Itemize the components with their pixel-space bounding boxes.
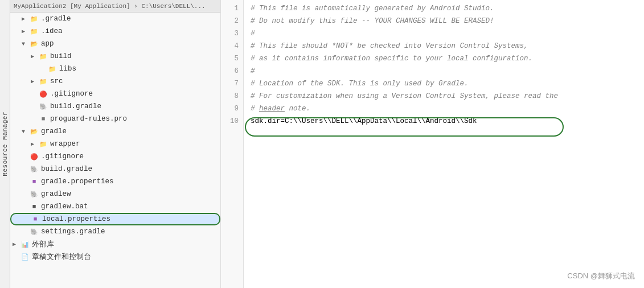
line-num-6: 6 [221,65,243,77]
tree-item-libs[interactable]: 📁 libs [10,63,220,75]
item-label: .idea [41,27,63,35]
item-label: libs [59,65,76,73]
gradle-icon: 🐘 [30,190,39,199]
item-label: gradle [41,127,67,135]
folder-icon: 📁 [39,52,48,61]
folder-icon: 📁 [39,139,48,149]
code-line-6: # [251,65,637,77]
tree-item-gradle[interactable]: 📂 gradle [10,125,220,138]
props-icon: ■ [30,177,39,186]
gradle-icon: 🐘 [30,164,39,174]
code-area: 1 2 3 4 5 6 7 8 9 10 # This file is auto… [221,0,644,288]
arrow-external [13,241,20,248]
item-label: build [50,52,72,60]
code-text: # as it contains information specific to… [251,52,532,65]
item-label: gradlew [41,190,71,198]
code-panel: 1 2 3 4 5 6 7 8 9 10 # This file is auto… [221,0,644,288]
arrow-src [31,78,39,85]
item-label: gradlew.bat [41,203,88,211]
line-num-10: 10 [221,115,243,127]
tree-item-app[interactable]: 📂 app [10,38,220,50]
watermark-text: CSDN @舞狮式电流 [567,271,635,280]
line-num-2: 2 [221,15,243,27]
item-label: 外部库 [32,240,54,249]
code-text: # This file should *NOT* be checked into… [251,40,528,52]
item-label: .gradle [41,15,71,23]
code-text: # Do not modify this file -- YOUR CHANGE… [251,15,494,27]
tree-item-gradlew[interactable]: 🐘 gradlew [10,188,220,200]
code-text: # Location of the SDK. This is only used… [251,77,469,90]
tree-item-external[interactable]: 📊 外部库 [10,238,220,250]
tree-item-gradlew-bat[interactable]: ■ gradlew.bat [10,200,220,213]
folder-icon: 📁 [30,27,39,36]
tree-item-src[interactable]: 📁 src [10,75,220,88]
tree-item-gitignore-root[interactable]: 🔴 .gitignore [10,150,220,163]
resource-manager-tab[interactable]: Resource Manager [0,0,10,288]
git-icon: 🔴 [30,152,39,161]
line-num-3: 3 [221,27,243,40]
line-num-5: 5 [221,52,243,65]
tree-item-local-props[interactable]: ■ local.properties [10,213,220,225]
folder-icon: 📂 [30,39,39,48]
line-numbers: 1 2 3 4 5 6 7 8 9 10 [221,0,244,288]
arrow-gradle-root [22,15,30,22]
code-line-7: # Location of the SDK. This is only used… [251,77,637,90]
resource-manager-label: Resource Manager [2,112,9,176]
tree-item-scratches[interactable]: 📄 章稿文件和控制台 [10,250,220,263]
tree-item-proguard[interactable]: ■ proguard-rules.pro [10,113,220,125]
tree-item-build[interactable]: 📁 build [10,50,220,63]
tree-item-gradle-root[interactable]: 📁 .gradle [10,13,220,25]
code-lines-area: # This file is automatically generated b… [244,0,644,288]
file-tree-panel: MyApplication2 [My Application] › C:\Use… [10,0,221,288]
code-line-4: # This file should *NOT* be checked into… [251,40,637,52]
code-text: # This file is automatically generated b… [251,2,494,15]
item-label: src [50,77,63,85]
tree-item-settings-gradle[interactable]: 🐘 settings.gradle [10,225,220,238]
folder-icon: 📁 [48,64,57,73]
sdk-dir-text: sdk.dir=C:\\Users\\DELL\\AppData\\Local\… [251,115,477,127]
arrow-idea [22,28,30,35]
item-label: build.gradle [50,102,101,110]
tree-item-gradle-props[interactable]: ■ gradle.properties [10,175,220,188]
folder-icon: 📁 [30,14,39,23]
item-label: gradle.properties [41,178,114,186]
main-container: Resource Manager MyApplication2 [My Appl… [0,0,644,288]
code-line-3: # [251,27,637,40]
arrow-build [31,53,39,60]
scratches-icon: 📄 [20,252,30,261]
item-label: .gitignore [41,153,84,161]
arrow-app [22,41,30,47]
file-icon: ■ [39,114,48,124]
item-label: wrapper [50,140,80,148]
tree-item-build-gradle-root[interactable]: 🐘 build.gradle [10,163,220,175]
folder-icon: 📂 [30,127,39,136]
code-text: # [251,65,255,77]
arrow-wrapper [31,141,39,147]
breadcrumb-text: MyApplication2 [My Application] › C:\Use… [14,3,206,10]
item-label: 章稿文件和控制台 [32,252,91,262]
line-num-1: 1 [221,2,243,15]
tree-item-wrapper[interactable]: 📁 wrapper [10,138,220,150]
arrow-gradle [22,129,30,135]
item-label: settings.gradle [41,228,105,236]
code-line-10: sdk.dir=C:\\Users\\DELL\\AppData\\Local\… [251,115,637,127]
watermark: CSDN @舞狮式电流 [567,271,635,281]
git-icon: 🔴 [39,89,48,98]
code-text: # [251,27,255,40]
item-label: build.gradle [41,165,92,173]
gradle-icon: 🐘 [39,102,48,111]
code-text: # header note. [251,102,310,115]
item-label: proguard-rules.pro [50,115,127,123]
breadcrumb: MyApplication2 [My Application] › C:\Use… [10,0,220,13]
code-text: # For customization when using a Version… [251,90,558,102]
tree-item-build-gradle-app[interactable]: 🐘 build.gradle [10,100,220,113]
tree-item-idea[interactable]: 📁 .idea [10,25,220,38]
folder-icon: 📁 [39,77,48,86]
external-icon: 📊 [20,240,30,249]
code-line-8: # For customization when using a Version… [251,90,637,102]
code-line-1: # This file is automatically generated b… [251,2,637,15]
local-props-icon: ■ [31,215,40,224]
line-num-9: 9 [221,102,243,115]
code-line-2: # Do not modify this file -- YOUR CHANGE… [251,15,637,27]
tree-item-gitignore-app[interactable]: 🔴 .gitignore [10,88,220,100]
